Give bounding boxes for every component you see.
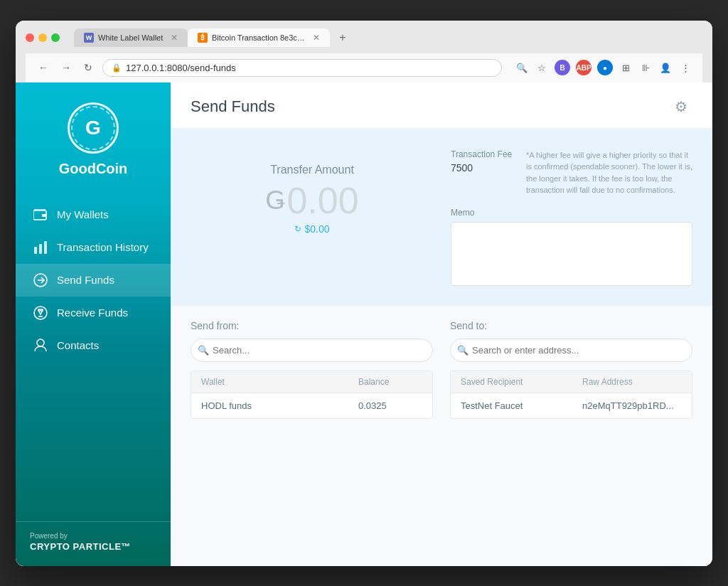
- svg-rect-1: [42, 214, 46, 217]
- extensions-icon[interactable]: ⊪: [638, 60, 653, 75]
- tab-icon-wallet: W: [84, 33, 94, 43]
- forward-button[interactable]: →: [58, 60, 74, 75]
- browser-controls: W White Label Wallet ✕ ₿ Bitcoin Transac…: [26, 28, 702, 48]
- tab-icon-bitcoin: ₿: [198, 33, 208, 43]
- logo-good: Good: [59, 161, 96, 176]
- fee-row: Transaction Fee 7500 *A higher fee will …: [451, 149, 692, 196]
- logo-letter: G: [85, 117, 101, 139]
- close-button[interactable]: [26, 33, 34, 42]
- url-text: 127.0.0.1:8080/send-funds: [126, 63, 236, 73]
- tab-close-bitcoin[interactable]: ✕: [313, 33, 320, 43]
- send-to-search[interactable]: [450, 339, 692, 362]
- sidebar-item-contacts[interactable]: Contacts: [16, 329, 171, 362]
- sidebar-nav: My Wallets Transaction History: [16, 191, 171, 521]
- browser-extensions: 🔍 ☆ B ABP ● ⊞ ⊪ 👤 ⋮: [515, 60, 692, 75]
- sidebar-item-history[interactable]: Transaction History: [16, 231, 171, 264]
- transfer-usd: ↻ $0.00: [294, 223, 329, 235]
- powered-by-text: Powered by: [30, 532, 156, 540]
- fee-section: Transaction Fee 7500 *A higher fee will …: [451, 149, 692, 196]
- sidebar-item-send[interactable]: Send Funds: [16, 264, 171, 297]
- tab-title-bitcoin: Bitcoin Transaction 8e3cb0e...: [212, 33, 309, 42]
- star-icon[interactable]: ☆: [535, 60, 549, 75]
- refresh-icon: ↻: [294, 224, 301, 234]
- currency-symbol: Ǥ: [265, 188, 285, 213]
- address-col-header: Raw Address: [582, 377, 682, 387]
- transfer-section: Transfer Amount Ǥ 0.00 ↻ $0.00 Tra: [171, 128, 712, 306]
- browser-window: W White Label Wallet ✕ ₿ Bitcoin Transac…: [16, 21, 712, 566]
- fee-col-right: *A higher fee will give a higher priorit…: [526, 149, 692, 196]
- chart-icon: [33, 240, 48, 255]
- menu-icon[interactable]: ⋮: [678, 60, 692, 75]
- send-from-column: Send from: 🔍 Wallet Balance HODL funds 0…: [191, 320, 433, 419]
- tab-bitcoin-transaction[interactable]: ₿ Bitcoin Transaction 8e3cb0e... ✕: [188, 28, 330, 47]
- page-title: Send Funds: [191, 97, 275, 116]
- lock-icon: 🔒: [112, 63, 122, 73]
- tab-title-wallet: White Label Wallet: [98, 33, 166, 42]
- new-tab-button[interactable]: +: [333, 28, 353, 48]
- usd-amount: $0.00: [304, 223, 329, 235]
- search-icon[interactable]: 🔍: [515, 60, 529, 75]
- svg-point-6: [34, 307, 47, 319]
- send-section: Send from: 🔍 Wallet Balance HODL funds 0…: [171, 306, 712, 433]
- send-from-table-header: Wallet Balance: [191, 371, 432, 393]
- maximize-button[interactable]: [51, 33, 60, 42]
- back-button[interactable]: ←: [36, 60, 51, 75]
- logo-text: GoodCoin: [59, 161, 128, 177]
- history-label: Transaction History: [57, 241, 149, 253]
- sidebar-footer: Powered by CRYPTO PARTICLE™: [16, 521, 171, 566]
- url-bar[interactable]: 🔒 127.0.0.1:8080/send-funds: [102, 59, 502, 77]
- extension-abp[interactable]: ABP: [576, 60, 592, 75]
- wallet-col-header: Wallet: [201, 377, 358, 387]
- receive-icon: [33, 305, 48, 321]
- sidebar-item-wallets[interactable]: My Wallets: [16, 198, 171, 231]
- fee-note: *A higher fee will give a higher priorit…: [526, 149, 692, 196]
- traffic-lights: [26, 33, 60, 42]
- logo-coin: Coin: [96, 161, 127, 176]
- send-to-table-header: Saved Recipient Raw Address: [451, 371, 692, 393]
- extension-blue[interactable]: ●: [597, 60, 613, 75]
- svg-rect-2: [34, 247, 37, 254]
- svg-point-7: [37, 339, 44, 346]
- recipient-col-header: Saved Recipient: [461, 377, 582, 387]
- transfer-right-panel: Transaction Fee 7500 *A higher fee will …: [451, 149, 692, 289]
- fee-col-left: Transaction Fee 7500: [451, 149, 515, 196]
- wallet-name: HODL funds: [201, 400, 358, 411]
- send-from-search-wrapper: 🔍: [191, 339, 433, 362]
- transfer-amount-panel: Transfer Amount Ǥ 0.00 ↻ $0.00: [191, 149, 434, 249]
- fee-value: 7500: [451, 162, 515, 174]
- memo-input[interactable]: [451, 222, 692, 286]
- send-to-column: Send to: 🔍 Saved Recipient Raw Address T…: [450, 320, 692, 419]
- brand-text: CRYPTO PARTICLE™: [30, 541, 156, 552]
- extension-brave[interactable]: B: [555, 60, 570, 75]
- app-container: G GoodCoin My Wallets: [16, 82, 712, 566]
- send-from-search[interactable]: [191, 339, 433, 362]
- send-to-label: Send to:: [450, 320, 692, 331]
- logo-circle: G: [68, 102, 119, 154]
- main-content: Send Funds ⚙ Transfer Amount Ǥ 0.00 ↻ $0…: [171, 82, 712, 566]
- table-row[interactable]: TestNet Faucet n2eMqTT929pb1RD...: [451, 393, 692, 418]
- reload-button[interactable]: ↻: [81, 60, 95, 75]
- send-to-search-wrapper: 🔍: [450, 339, 692, 362]
- tab-white-label-wallet[interactable]: W White Label Wallet ✕: [74, 28, 188, 47]
- transfer-amount-display: Ǥ 0.00: [265, 182, 358, 219]
- sidebar-item-receive[interactable]: Receive Funds: [16, 297, 171, 329]
- sidebar: G GoodCoin My Wallets: [16, 82, 171, 566]
- svg-rect-3: [39, 244, 42, 254]
- browser-titlebar: W White Label Wallet ✕ ₿ Bitcoin Transac…: [16, 21, 712, 82]
- receive-label: Receive Funds: [57, 307, 128, 319]
- wallets-label: My Wallets: [57, 208, 109, 220]
- send-label: Send Funds: [57, 274, 114, 286]
- send-from-table: Wallet Balance HODL funds 0.0325: [191, 371, 433, 419]
- table-row[interactable]: HODL funds 0.0325: [191, 393, 432, 418]
- logo-inner: G: [71, 106, 115, 150]
- settings-icon[interactable]: ⚙: [670, 95, 692, 118]
- tab-close-wallet[interactable]: ✕: [171, 33, 178, 43]
- search-to-icon: 🔍: [457, 345, 469, 356]
- svg-rect-4: [44, 241, 47, 254]
- profile-icon[interactable]: 👤: [658, 60, 673, 75]
- tabs-bar: W White Label Wallet ✕ ₿ Bitcoin Transac…: [74, 28, 702, 48]
- minimize-button[interactable]: [38, 33, 47, 42]
- wallet-icon: [33, 207, 48, 223]
- grid-icon[interactable]: ⊞: [619, 60, 633, 75]
- send-to-table: Saved Recipient Raw Address TestNet Fauc…: [450, 371, 692, 419]
